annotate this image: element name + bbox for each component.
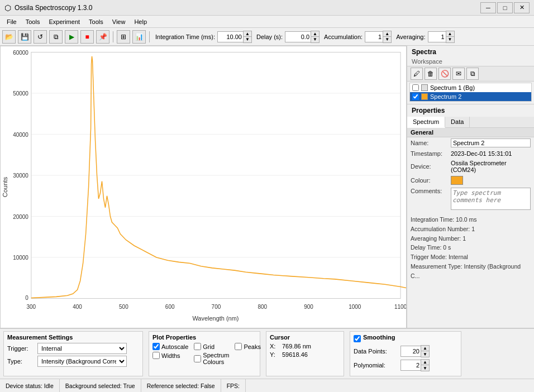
delete-spectrum-button[interactable]: 🗑 <box>425 68 437 80</box>
spectrum-1-name: Spectrum 1 (Bg) <box>430 84 475 91</box>
cursor-y-row: Y: 59618.46 <box>270 351 340 358</box>
spectrum-colours-check[interactable]: Spectrum Colours <box>194 352 229 365</box>
averaging-down[interactable]: ▼ <box>446 37 454 42</box>
grid-view-button[interactable]: ⊞ <box>117 30 130 44</box>
copy-spectrum-button[interactable]: ⧉ <box>466 68 479 80</box>
disable-spectrum-button[interactable]: 🚫 <box>438 68 451 80</box>
name-row: Name: <box>407 137 534 149</box>
info-integration: Integration Time: 10.0 ms <box>411 215 531 224</box>
peaks-check[interactable]: Peaks <box>235 343 261 350</box>
play-button[interactable]: ▶ <box>65 30 78 44</box>
delay-input[interactable]: 0.0 <box>285 31 311 42</box>
info-block: Integration Time: 10.0 ms Accumulation N… <box>407 213 534 283</box>
svg-text:800: 800 <box>258 304 267 310</box>
pin-button[interactable]: 📌 <box>96 30 109 44</box>
info-averaging: Averaging Number: 1 <box>411 234 531 243</box>
save-spectrum-button[interactable]: ✉ <box>452 68 465 80</box>
spectrum-chart: 60000 50000 40000 30000 20000 10000 0 Co… <box>1 46 406 328</box>
averaging-label: Averaging: <box>396 34 425 40</box>
main-content: 60000 50000 40000 30000 20000 10000 0 Co… <box>0 46 534 328</box>
polynomial-down[interactable]: ▼ <box>421 365 429 371</box>
grid-check[interactable]: Grid <box>194 343 229 350</box>
save-button[interactable]: 💾 <box>18 30 31 44</box>
data-points-down[interactable]: ▼ <box>421 351 429 357</box>
accumulation-label: Accumulation: <box>324 34 363 40</box>
info-delay: Delay Time: 0 s <box>411 243 531 252</box>
trigger-select[interactable]: Internal External <box>37 343 127 354</box>
comments-label: Comments: <box>411 188 451 194</box>
right-panel: Spectra Workspace 🖊 🗑 🚫 ✉ ⧉ Spectrum 1 (… <box>407 46 534 328</box>
copy-button[interactable]: ⧉ <box>49 30 63 44</box>
polynomial-up[interactable]: ▲ <box>421 360 429 365</box>
menu-file[interactable]: File <box>2 17 21 26</box>
autoscale-check[interactable]: Autoscale <box>152 343 188 350</box>
data-points-input[interactable] <box>401 346 421 357</box>
svg-text:1100: 1100 <box>394 304 406 310</box>
comments-textarea[interactable] <box>451 188 531 210</box>
spectrum-1-checkbox[interactable] <box>412 84 419 91</box>
grid-checkbox[interactable] <box>194 343 201 350</box>
spectrum-item-1[interactable]: Spectrum 1 (Bg) <box>410 83 531 92</box>
svg-text:20000: 20000 <box>13 213 28 219</box>
toolbar-sep1 <box>113 31 113 42</box>
timestamp-value: 2023-Dec-01 15:31:01 <box>451 150 531 157</box>
integration-time-down[interactable]: ▼ <box>244 37 251 42</box>
fps: FPS: <box>221 379 246 392</box>
spectra-list: Spectrum 1 (Bg) Spectrum 2 <box>409 83 532 102</box>
add-spectrum-button[interactable]: 🖊 <box>411 68 423 80</box>
menu-tools2[interactable]: Tools <box>84 17 108 26</box>
accumulation-up[interactable]: ▲ <box>383 31 391 37</box>
accumulation-input[interactable] <box>365 31 383 42</box>
integration-time-spinner: ▲ ▼ <box>243 31 252 43</box>
delay-up[interactable]: ▲ <box>311 31 319 37</box>
chart-button[interactable]: 📊 <box>132 30 146 44</box>
minimize-button[interactable]: ─ <box>480 2 496 13</box>
name-input[interactable] <box>451 138 531 147</box>
svg-text:400: 400 <box>73 304 82 310</box>
peaks-checkbox[interactable] <box>235 343 242 350</box>
type-row: Type: Intensity (Background Corrected) I… <box>7 356 139 367</box>
accumulation-down[interactable]: ▼ <box>383 37 391 42</box>
smoothing-checkbox[interactable] <box>354 335 361 342</box>
cursor-title: Cursor <box>270 334 340 341</box>
properties-title: Properties <box>407 104 534 117</box>
comments-container <box>451 188 531 211</box>
title-bar-controls: ─ □ ✕ <box>480 2 530 13</box>
app-icon: ⬡ <box>4 3 11 12</box>
device-status: Device status: Idle <box>0 379 60 392</box>
widths-checkbox[interactable] <box>152 352 160 359</box>
data-points-up[interactable]: ▲ <box>421 346 429 351</box>
status-bar: Device status: Idle Background selected:… <box>0 379 534 392</box>
spectrum-colours-checkbox[interactable] <box>194 355 201 362</box>
averaging-input[interactable] <box>428 31 446 42</box>
colour-label: Colour: <box>411 177 451 184</box>
integration-time-up[interactable]: ▲ <box>244 31 251 37</box>
polynomial-input[interactable] <box>401 360 421 371</box>
svg-text:10000: 10000 <box>13 255 28 261</box>
loop-button[interactable]: ↺ <box>34 30 47 44</box>
spectrum-2-checkbox[interactable] <box>412 93 419 100</box>
menu-experiment[interactable]: Experiment <box>44 17 84 26</box>
spectrum-item-2[interactable]: Spectrum 2 <box>410 92 531 101</box>
autoscale-checkbox[interactable] <box>152 343 160 350</box>
chart-area[interactable]: 60000 50000 40000 30000 20000 10000 0 Co… <box>0 46 407 328</box>
name-label: Name: <box>411 140 451 146</box>
stop-button[interactable]: ■ <box>80 30 94 44</box>
maximize-button[interactable]: □ <box>497 2 513 13</box>
menu-tools[interactable]: Tools <box>21 17 45 26</box>
menu-view[interactable]: View <box>108 17 130 26</box>
averaging-up[interactable]: ▲ <box>446 31 454 37</box>
menu-bar: File Tools Experiment Tools View Help <box>0 16 534 28</box>
menu-help[interactable]: Help <box>130 17 151 26</box>
type-select[interactable]: Intensity (Background Corrected) Intensi… <box>37 356 127 367</box>
tab-data[interactable]: Data <box>445 117 470 127</box>
cursor-y-label: Y: <box>270 351 280 358</box>
integration-time-input[interactable]: 10.00 <box>217 31 243 42</box>
data-points-label: Data Points: <box>354 348 398 355</box>
tab-spectrum[interactable]: Spectrum <box>407 117 445 128</box>
close-button[interactable]: ✕ <box>514 2 530 13</box>
widths-check[interactable]: Widths <box>152 352 188 359</box>
open-button[interactable]: 📂 <box>2 30 16 44</box>
colour-swatch[interactable] <box>451 176 463 185</box>
delay-down[interactable]: ▼ <box>311 37 319 42</box>
